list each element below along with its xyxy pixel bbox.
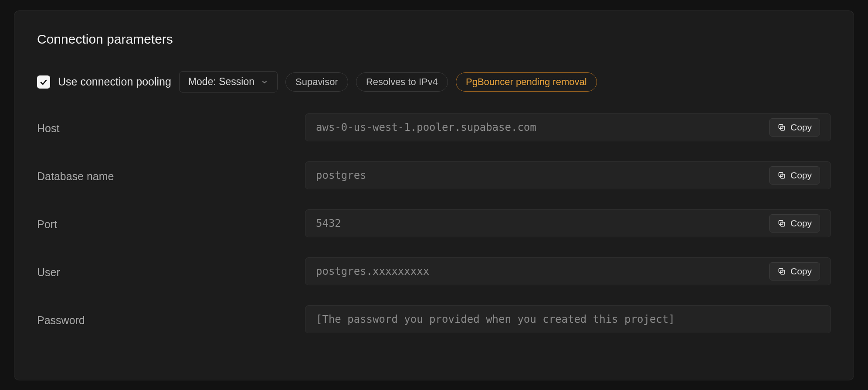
check-icon [39,78,48,86]
badge-pgbouncer-pending-removal: PgBouncer pending removal [456,72,597,92]
badge-resolves-ipv4: Resolves to IPv4 [356,72,448,92]
field-label-dbname: Database name [37,168,305,183]
copy-icon [777,267,786,276]
pooling-checkbox-group: Use connection pooling [37,75,171,89]
field-value-wrap-user: postgres.xxxxxxxxx Copy [305,257,831,285]
panel-title: Connection parameters [37,32,831,47]
copy-button-host[interactable]: Copy [769,118,820,137]
copy-button-dbname[interactable]: Copy [769,166,820,185]
pooling-checkbox-label: Use connection pooling [58,75,171,88]
copy-label: Copy [790,170,812,181]
copy-label: Copy [790,122,812,133]
badge-supavisor: Supavisor [285,72,348,92]
field-row-password: Password [The password you provided when… [37,305,831,333]
mode-select[interactable]: Mode: Session [179,71,278,92]
field-value-wrap-port: 5432 Copy [305,209,831,237]
copy-button-user[interactable]: Copy [769,262,820,281]
copy-icon [777,123,786,132]
field-row-user: User postgres.xxxxxxxxx Copy [37,257,831,285]
field-value-wrap-host: aws-0-us-west-1.pooler.supabase.com Copy [305,113,831,141]
field-value-user[interactable]: postgres.xxxxxxxxx [316,265,762,277]
copy-icon [777,171,786,180]
field-value-port[interactable]: 5432 [316,217,762,229]
field-label-password: Password [37,312,305,327]
field-row-dbname: Database name postgres Copy [37,161,831,189]
field-value-host[interactable]: aws-0-us-west-1.pooler.supabase.com [316,121,762,133]
controls-row: Use connection pooling Mode: Session Sup… [37,71,831,92]
pooling-checkbox[interactable] [37,75,50,89]
field-value-password[interactable]: [The password you provided when you crea… [316,313,820,325]
mode-select-label: Mode: Session [188,76,254,88]
field-value-dbname[interactable]: postgres [316,169,762,181]
field-value-wrap-dbname: postgres Copy [305,161,831,189]
copy-icon [777,219,786,228]
copy-label: Copy [790,218,812,229]
field-value-wrap-password: [The password you provided when you crea… [305,305,831,333]
field-row-host: Host aws-0-us-west-1.pooler.supabase.com… [37,113,831,141]
chevron-down-icon [261,78,268,86]
field-label-user: User [37,264,305,279]
copy-label: Copy [790,266,812,277]
connection-parameters-panel: Connection parameters Use connection poo… [14,10,854,380]
field-label-host: Host [37,120,305,135]
field-row-port: Port 5432 Copy [37,209,831,237]
field-label-port: Port [37,216,305,231]
copy-button-port[interactable]: Copy [769,214,820,233]
